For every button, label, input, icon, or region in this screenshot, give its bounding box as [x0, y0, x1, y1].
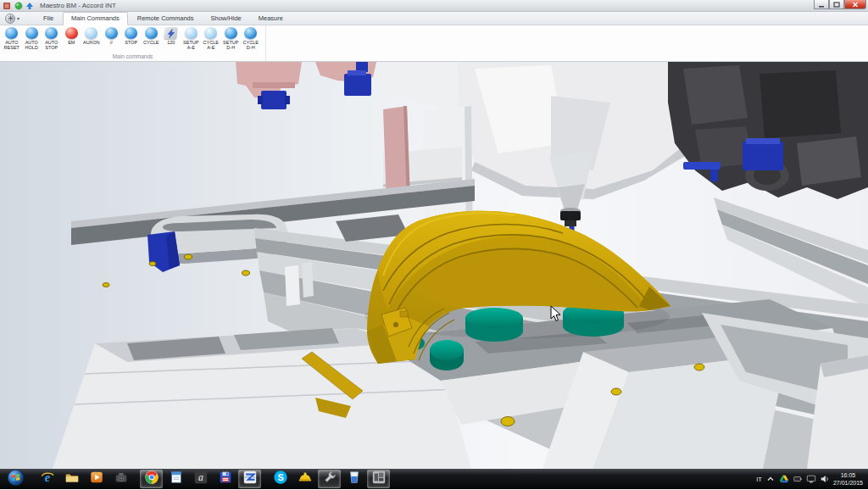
cmd-em-button[interactable]: EM: [62, 27, 82, 45]
capture-tool-icon: [114, 470, 129, 488]
windows-taskbar: eaS IT 16:05 27/01/2015: [0, 469, 868, 489]
cmd-stop-button[interactable]: STOP: [121, 27, 142, 45]
start-button[interactable]: [3, 470, 28, 488]
windows-explorer[interactable]: [60, 470, 83, 488]
glass-app-icon: [347, 470, 362, 488]
cmd-label: //: [110, 40, 113, 45]
cmd-auto-stop-button[interactable]: AUTO STOP: [42, 27, 62, 51]
tab-file[interactable]: File: [36, 13, 61, 25]
google-drive-icon[interactable]: [779, 474, 789, 484]
chrome[interactable]: [140, 470, 163, 488]
minimize-button[interactable]: [814, 0, 829, 9]
hidden-icons-button[interactable]: [765, 474, 776, 484]
cmd-cycle-button[interactable]: CYCLE: [142, 27, 162, 45]
status-blue-icon: [25, 2, 34, 10]
backup-app[interactable]: [214, 470, 236, 488]
battery-icon[interactable]: [793, 474, 803, 484]
skype-icon: S: [273, 470, 288, 488]
media-player-icon: [89, 470, 104, 488]
cad-app[interactable]: [238, 470, 261, 488]
window-title: Maestro BM - Accord INT: [40, 2, 116, 9]
status-green-icon: [14, 2, 23, 10]
chrome-icon: [144, 470, 159, 488]
volume-icon[interactable]: [820, 474, 830, 484]
cmd-label: AUTO RESET: [4, 40, 19, 51]
clock-time: 16:05: [833, 471, 863, 479]
service-tool-icon: [322, 470, 337, 488]
start-button-icon: [7, 469, 25, 490]
svg-text:S: S: [277, 472, 283, 482]
maestro-app-icon: [298, 470, 313, 488]
group-caption: Main commands: [0, 53, 265, 61]
language-indicator[interactable]: IT: [756, 476, 762, 483]
chevron-down-icon: ▾: [17, 15, 19, 21]
sphere-blue-icon: [125, 27, 137, 39]
cmd-label: STOP: [125, 40, 137, 45]
sphere-blue-icon: [244, 27, 257, 39]
title-bar[interactable]: Maestro BM - Accord INT: [0, 0, 868, 12]
display-icon[interactable]: [806, 474, 816, 484]
machine-simulator-icon: [371, 470, 387, 488]
tab-measure[interactable]: Measure: [251, 13, 291, 25]
cad-app-icon: [242, 470, 258, 488]
ribbon-tab-row: ▾ FileMain CommandsRemote CommandsShow/H…: [0, 12, 868, 25]
ribbon-toolbar: AUTO RESETAUTO HOLDAUTO STOPEMAUXON//STO…: [0, 25, 868, 62]
cmd-label: SETUP D-H: [223, 40, 238, 51]
sphere-light-icon: [204, 27, 217, 39]
maestro-app[interactable]: [293, 470, 316, 488]
a-app[interactable]: a: [189, 470, 212, 488]
windows-explorer-icon: [64, 470, 80, 488]
cmd-label: AUXON: [83, 40, 100, 45]
notes-app[interactable]: [164, 470, 187, 488]
tab-show-hide[interactable]: Show/Hide: [203, 13, 248, 25]
skype[interactable]: S: [269, 470, 292, 488]
cmd-setup-a-e-button[interactable]: SETUP A-E: [181, 27, 202, 51]
cmd-label: CYCLE: [143, 40, 159, 45]
clock-date: 27/01/2015: [833, 479, 863, 487]
clock[interactable]: 16:05 27/01/2015: [833, 471, 863, 487]
cmd-label: AUTO STOP: [45, 40, 58, 51]
svg-text:a: a: [198, 472, 203, 483]
cmd-auxon-button[interactable]: AUXON: [81, 27, 102, 45]
cmd-label: EM: [68, 40, 75, 45]
application-menu-button[interactable]: ▾: [5, 13, 27, 24]
cmd-label: SETUP A-E: [183, 40, 198, 51]
backup-app-icon: [218, 470, 233, 488]
internet-explorer-icon: e: [40, 470, 55, 488]
cmd-auto-reset-button[interactable]: AUTO RESET: [2, 27, 22, 51]
svg-text:e: e: [44, 471, 50, 484]
notes-app-icon: [169, 470, 184, 488]
cmd-label: CYCLE A-E: [203, 40, 219, 51]
sphere-blue-icon: [45, 27, 58, 39]
viewport-3d[interactable]: [0, 62, 868, 469]
service-tool[interactable]: [318, 470, 341, 488]
cmd-auto-hold-button[interactable]: AUTO HOLD: [22, 27, 42, 51]
tab-remote-commands[interactable]: Remote Commands: [130, 13, 202, 25]
media-player[interactable]: [85, 470, 108, 488]
sphere-blue-icon: [225, 27, 237, 39]
sphere-red-icon: [65, 27, 78, 39]
cmd-label: AUTO HOLD: [25, 40, 38, 51]
hood-motor: [261, 91, 287, 109]
cmd-i20-button[interactable]: 120: [161, 27, 181, 45]
sphere-blue-icon: [5, 27, 18, 39]
sphere-light-icon: [185, 27, 198, 39]
maximize-button[interactable]: [829, 0, 844, 9]
capture-tool[interactable]: [109, 470, 132, 488]
sphere-blue-icon: [105, 27, 118, 39]
app-icon: [3, 2, 12, 10]
cmd-feed-slash-button[interactable]: //: [102, 27, 122, 45]
hood-motor: [344, 74, 371, 96]
system-tray: IT 16:05 27/01/2015: [756, 471, 865, 487]
machine-simulator[interactable]: [367, 470, 390, 488]
cmd-setup-d-h-button[interactable]: SETUP D-H: [221, 27, 242, 51]
internet-explorer[interactable]: e: [36, 470, 58, 488]
glass-app[interactable]: [342, 470, 365, 488]
a-app-icon: a: [193, 470, 209, 488]
gear-icon: [5, 14, 15, 24]
cmd-cycle-a-e-button[interactable]: CYCLE A-E: [201, 27, 221, 51]
tab-main-commands[interactable]: Main Commands: [63, 12, 128, 25]
cmd-cycle-d-h-button[interactable]: CYCLE D-H: [241, 27, 261, 51]
application-window: Maestro BM - Accord INT ▾ FileMain Comma…: [0, 0, 868, 490]
close-button[interactable]: [844, 0, 866, 9]
